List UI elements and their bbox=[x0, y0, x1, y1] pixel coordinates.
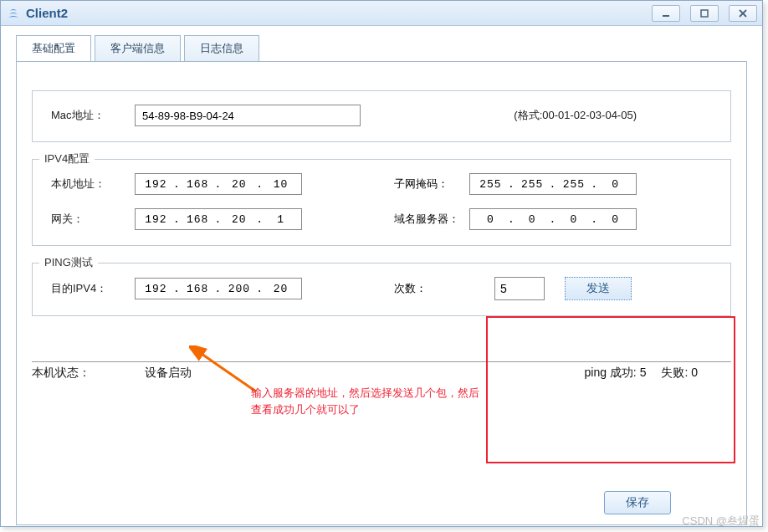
svg-rect-1 bbox=[701, 10, 708, 17]
save-button[interactable]: 保存 bbox=[604, 491, 671, 514]
tab-client-info[interactable]: 客户端信息 bbox=[95, 35, 181, 62]
config-panel: Mac地址： (格式:00-01-02-03-04-05) IPV4配置 本机地… bbox=[16, 61, 747, 525]
minimize-button[interactable] bbox=[652, 5, 680, 22]
close-button[interactable] bbox=[729, 5, 757, 22]
dns-input[interactable]: 0. 0. 0. 0 bbox=[469, 208, 637, 230]
local-ip-input[interactable]: 192. 168. 20. 10 bbox=[135, 173, 302, 195]
watermark: CSDN @叁煋蛋 bbox=[682, 514, 760, 529]
ping-success: ping 成功: 5 bbox=[584, 366, 646, 381]
ping-count-label: 次数： bbox=[394, 281, 494, 296]
status-value: 设备启动 bbox=[145, 366, 584, 381]
ping-fail: 失败: 0 bbox=[661, 366, 698, 381]
mac-group: Mac地址： (格式:00-01-02-03-04-05) bbox=[32, 90, 731, 142]
mac-input[interactable] bbox=[135, 105, 361, 126]
ping-target-label: 目的IPV4： bbox=[51, 281, 135, 296]
gateway-label: 网关： bbox=[51, 212, 135, 227]
app-icon bbox=[6, 6, 21, 21]
gateway-input[interactable]: 192. 168. 20. 1 bbox=[135, 208, 302, 230]
ipv4-legend: IPV4配置 bbox=[39, 151, 95, 166]
dns-label: 域名服务器： bbox=[394, 212, 469, 227]
status-line: 本机状态： 设备启动 ping 成功: 5 失败: 0 bbox=[32, 361, 731, 381]
content-area: 基础配置 客户端信息 日志信息 Mac地址： (格式:00-01-02-03-0… bbox=[1, 26, 762, 526]
send-button[interactable]: 发送 bbox=[565, 277, 632, 300]
status-label: 本机状态： bbox=[32, 366, 145, 381]
mac-format-hint: (格式:00-01-02-03-04-05) bbox=[514, 108, 712, 123]
tab-basic-config[interactable]: 基础配置 bbox=[16, 35, 91, 62]
ipv4-group: IPV4配置 本机地址： 192. 168. 20. 10 子网掩码： bbox=[32, 159, 731, 246]
ping-target-input[interactable]: 192. 168. 200. 20 bbox=[135, 278, 302, 299]
window-title: Client2 bbox=[26, 6, 68, 20]
ping-group: PING测试 目的IPV4： 192. 168. 200. 20 次数： bbox=[32, 263, 731, 316]
mask-label: 子网掩码： bbox=[394, 176, 469, 192]
mac-label: Mac地址： bbox=[51, 108, 135, 123]
titlebar: Client2 bbox=[1, 1, 762, 26]
maximize-button[interactable] bbox=[690, 5, 719, 22]
ping-count-input[interactable] bbox=[494, 277, 545, 300]
tab-log-info[interactable]: 日志信息 bbox=[184, 35, 259, 62]
ping-legend: PING测试 bbox=[39, 255, 98, 270]
app-window: Client2 基础配置 客户端信息 日志信息 Mac地址： bbox=[0, 0, 763, 527]
local-ip-label: 本机地址： bbox=[51, 176, 135, 192]
mask-input[interactable]: 255. 255. 255. 0 bbox=[469, 173, 637, 195]
tab-strip: 基础配置 客户端信息 日志信息 bbox=[16, 34, 747, 61]
